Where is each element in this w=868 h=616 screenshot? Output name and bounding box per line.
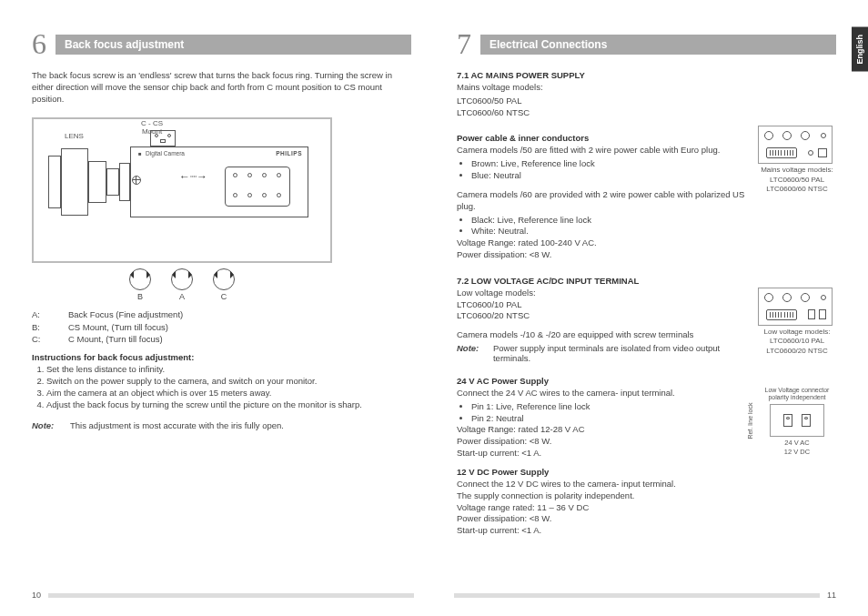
pc50-brown: Brown: Live, Reference line lock [471, 158, 747, 170]
24v-sc: Start-up current: <1 A. [457, 448, 747, 459]
instructions-list: Set the lens distance to infinity. Switc… [46, 364, 411, 410]
mains-model-2: LTC0600/60 NTSC [457, 107, 836, 119]
rotation-c-icon [213, 268, 235, 290]
lens-label: LENS [65, 132, 84, 140]
12v-text: Connect the 12 V DC wires to the camera-… [457, 479, 747, 490]
pc50-blue: Blue: Neutral [471, 170, 747, 182]
page-num-11: 11 [827, 591, 836, 600]
lv-model-2: LTC0600/20 NTSC [457, 310, 747, 322]
rotation-icons-row: B A C [32, 268, 332, 301]
mains-panel-icon [758, 126, 833, 164]
pc60-black: Black: Live, Reference line lock [471, 215, 747, 227]
pc60-text: Camera models /60 are provided with 2 wi… [457, 189, 747, 213]
12v-supply: The supply connection is polarity indepe… [457, 490, 747, 502]
arrow-icon: ←┈→ [179, 170, 207, 183]
brand-label: PHILIPS [276, 150, 302, 157]
section-number-7: 7 [457, 27, 471, 61]
power-cable-heading: Power cable & inner conductors [457, 133, 747, 143]
lv-conn-top-label: Low Voltage connector polarity independe… [758, 387, 836, 400]
camera-diagram: LENS C - CS Mount ■ Digital Camera PHILI… [32, 117, 332, 263]
footer-stripe-icon [454, 593, 820, 598]
24v-vr: Voltage Range: rated 12-28 V AC [457, 424, 747, 436]
page-num-10: 10 [32, 591, 41, 600]
power-diss-1: Power dissipation: <8 W. [457, 249, 747, 261]
pc60-white: White: Neutral. [471, 226, 747, 237]
24v-text: Connect the 24 V AC wires to the camera-… [457, 388, 747, 399]
footer-right: 11 [454, 591, 836, 600]
fig2-caption: Low voltage models: LTC0600/10 PAL LTC06… [758, 328, 836, 356]
digital-camera-label: Digital Camera [146, 150, 185, 157]
step-1: Set the lens distance to infinity. [46, 364, 411, 376]
instructions-heading: Instructions for back focus adjustment: [32, 352, 411, 362]
note-text: This adjustment is most accurate with th… [70, 420, 284, 430]
switch-panel-icon [225, 167, 290, 207]
heading-7-1: 7.1 AC MAINS POWER SUPPLY [457, 70, 836, 80]
24v-pd: Power dissipation: <8 W. [457, 436, 747, 448]
mains-intro: Mains voltage models: [457, 82, 836, 94]
12v-sc: Start-up current: <1 A. [457, 525, 747, 537]
pc50-text: Camera models /50 are fitted with 2 wire… [457, 145, 747, 157]
fig1-caption: Mains voltage models: LTC0600/50 PAL LTC… [758, 166, 836, 194]
rot-c-label: C [213, 292, 235, 301]
24v-heading: 24 V AC Power Supply [457, 376, 747, 386]
heading-7-2: 7.2 LOW VOLTAGE AC/DC INPUT TERMINAL [457, 276, 836, 286]
section-title-7: Electrical Connections [480, 35, 836, 55]
intro-text: The back focus screw is an 'endless' scr… [32, 70, 411, 105]
note-label: Note: [32, 420, 70, 430]
section-number-6: 6 [32, 27, 46, 61]
lv-conn-side-label: Ref. line lock [746, 403, 754, 439]
mains-model-1: LTC0600/50 PAL [457, 96, 836, 107]
section-title-6: Back focus adjustment [56, 35, 411, 55]
step-3: Aim the camera at an object which is ove… [46, 388, 411, 399]
lv-conn-bot-label: 24 V AC 12 V DC [758, 439, 836, 457]
12v-pd: Power dissipation: <8 W. [457, 513, 747, 525]
footer-left: 10 [32, 591, 414, 600]
12v-vr: Voltage range rated: 11 – 36 V DC [457, 502, 747, 514]
page-left: 6 Back focus adjustment The back focus s… [32, 27, 411, 544]
12v-heading: 12 V DC Power Supply [457, 467, 747, 477]
rotation-b-icon [129, 268, 151, 290]
footer-stripe-icon [48, 593, 414, 598]
note2-label: Note: [457, 343, 493, 363]
legend-b: CS Mount, (Turn till focus) [68, 321, 168, 333]
lv-equipped: Camera models -/10 & -/20 are equipped w… [457, 329, 747, 341]
legend-c: C Mount, (Turn till focus) [68, 333, 163, 345]
mount-connector-icon [150, 130, 176, 146]
step-4: Adjust the back focus by turning the scr… [46, 399, 411, 411]
24v-pin1: Pin 1: Live, Reference line lock [471, 401, 747, 413]
language-tab: English [852, 27, 868, 72]
note2-text: Power supply input terminals are isolate… [493, 343, 747, 363]
step-2: Switch on the power supply to the camera… [46, 376, 411, 388]
lv-model-1: LTC0600/10 PAL [457, 299, 747, 311]
lv-connector-icon [770, 404, 824, 437]
rot-a-label: A [171, 292, 193, 301]
rotation-a-icon [171, 268, 193, 290]
24v-pin2: Pin 2: Neutral [471, 413, 747, 425]
lowvoltage-panel-icon [758, 288, 833, 326]
lv-intro: Low voltage models: [457, 288, 747, 299]
voltage-range-1: Voltage Range: rated 100-240 V AC. [457, 237, 747, 249]
rot-b-label: B [129, 292, 151, 301]
legend-a: Back Focus (Fine adjustment) [68, 308, 183, 320]
page-right: 7 Electrical Connections 7.1 AC MAINS PO… [457, 27, 836, 544]
